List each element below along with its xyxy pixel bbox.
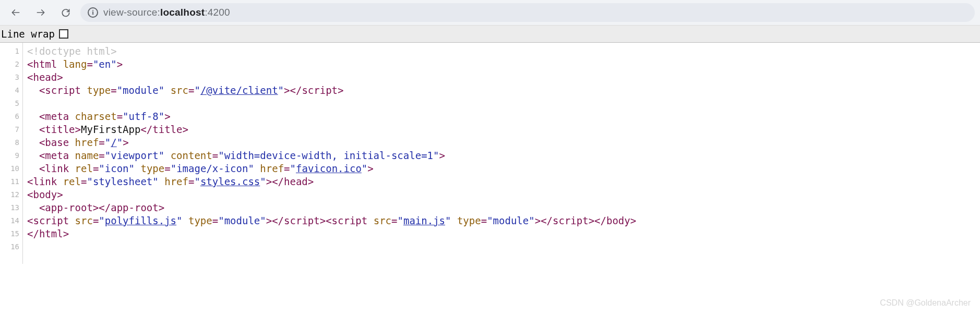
address-bar[interactable]: i view-source:localhost:4200 [80,3,975,22]
linewrap-label: Line wrap [1,28,55,40]
code-line: <!doctype html> [27,45,117,57]
main-js-link[interactable]: main.js [403,215,445,226]
source-code[interactable]: <!doctype html> <html lang="en"> <head> … [23,43,636,264]
back-button[interactable] [5,3,26,22]
vite-client-link[interactable]: /@vite/client [200,84,278,96]
linewrap-checkbox[interactable] [59,29,68,39]
code-line: <script type="module" src="/@vite/client… [27,84,343,96]
reload-button[interactable] [55,3,76,22]
code-line: <title>MyFirstApp</title> [27,124,188,135]
code-line: <app-root></app-root> [27,202,164,213]
source-view: 12345678910111213141516 <!doctype html> … [0,43,980,264]
forward-button[interactable] [30,3,51,22]
code-line: </html> [27,228,69,239]
code-line: <html lang="en"> [27,58,123,70]
base-href-link[interactable]: / [111,137,116,148]
favicon-link[interactable]: favicon.ico [296,163,362,174]
code-line: <meta name="viewport" content="width=dev… [27,150,445,161]
styles-css-link[interactable]: styles.css [200,176,260,187]
polyfills-link[interactable]: polyfills.js [105,215,176,226]
code-line: <body> [27,189,63,200]
url-text: view-source:localhost:4200 [103,7,230,18]
code-line: <link rel="icon" type="image/x-icon" hre… [27,163,374,174]
code-line: <head> [27,71,63,83]
arrow-left-icon [10,7,21,18]
code-line: <link rel="stylesheet" href="styles.css"… [27,176,314,187]
browser-toolbar: i view-source:localhost:4200 [0,0,980,25]
info-icon[interactable]: i [88,7,98,18]
code-line: <base href="/"> [27,137,129,148]
code-line: <script src="polyfills.js" type="module"… [27,215,636,226]
code-line: <meta charset="utf-8"> [27,111,171,122]
reload-icon [61,7,71,18]
source-toolbar: Line wrap [0,25,980,43]
arrow-right-icon [35,7,46,18]
line-gutter: 12345678910111213141516 [0,43,23,264]
